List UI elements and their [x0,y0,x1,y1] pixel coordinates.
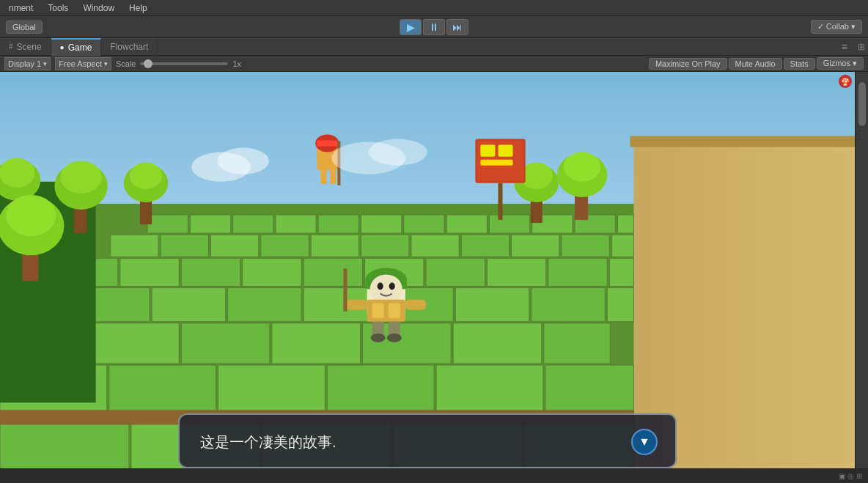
svg-rect-29 [181,258,240,286]
svg-rect-9 [361,215,402,233]
right-panel: ⋮ [855,72,868,483]
mute-audio-btn[interactable]: Mute Audio [729,58,782,70]
svg-rect-24 [512,235,559,257]
svg-rect-33 [426,258,485,286]
svg-rect-19 [261,235,309,257]
scene-tab-icon: # [9,43,13,51]
svg-rect-43 [455,288,529,322]
menu-window[interactable]: Window [80,3,117,13]
scale-slider-thumb [144,59,152,68]
svg-rect-49 [272,323,361,364]
aspect-select[interactable]: Free Aspect [55,57,111,70]
svg-rect-10 [404,215,444,233]
svg-rect-17 [161,235,208,257]
right-panel-hint: ⋮ [858,132,865,139]
svg-rect-51 [453,323,542,364]
svg-rect-57 [436,365,543,413]
svg-rect-4 [147,215,188,233]
tab-scene[interactable]: # Scene [0,38,51,56]
maximize-on-play-btn[interactable]: Maximize On Play [649,58,727,70]
tab-maximize[interactable]: ≡ [836,41,853,53]
game-tab-icon: ● [60,43,65,51]
svg-rect-20 [311,235,358,257]
svg-rect-47 [91,323,180,364]
svg-rect-104 [372,303,384,318]
svg-rect-93 [480,145,495,157]
svg-rect-30 [243,258,301,286]
tab-flowchart[interactable]: Flowchart [101,38,158,56]
inspector-toggle[interactable]: ⊞ [855,42,868,52]
svg-point-84 [564,152,600,182]
tab-game[interactable]: ● Game [51,38,102,56]
svg-rect-48 [181,323,270,364]
global-label: Global [12,23,36,32]
svg-rect-96 [498,183,502,220]
main-layout: 这是一个凄美的故事. ▼ 🍄 ⋮ [0,72,868,483]
svg-point-114 [218,148,269,174]
svg-rect-18 [210,235,258,257]
svg-rect-39 [152,288,226,322]
step-button[interactable]: ⏭ [446,19,468,35]
svg-rect-56 [327,365,434,413]
svg-rect-89 [330,171,336,184]
svg-rect-88 [320,171,326,184]
svg-rect-36 [609,258,633,286]
svg-point-116 [369,139,427,166]
svg-rect-11 [446,215,487,233]
svg-rect-34 [487,258,545,286]
global-button[interactable]: Global [6,21,43,34]
svg-rect-35 [548,258,607,286]
svg-rect-26 [611,235,633,257]
svg-rect-23 [461,235,509,257]
svg-rect-58 [545,365,634,413]
svg-point-75 [6,195,56,236]
svg-point-108 [371,333,386,342]
svg-rect-44 [532,288,606,322]
menu-nment[interactable]: nment [6,3,36,13]
scale-label: Scale [116,59,136,68]
scale-value: 1x [232,59,241,68]
dialog-text: 这是一个凄美的故事. [200,434,336,450]
scene-canvas: 这是一个凄美的故事. ▼ 🍄 [0,72,855,483]
menu-tools[interactable]: Tools [45,3,71,13]
svg-rect-7 [276,215,316,233]
dialog-box: 这是一个凄美的故事. ▼ [178,413,677,468]
play-button[interactable]: ▶ [400,19,422,35]
svg-rect-16 [111,235,158,257]
flowchart-tab-label: Flowchart [110,42,148,52]
svg-rect-110 [346,300,367,310]
svg-rect-54 [109,365,216,413]
svg-rect-112 [343,268,347,311]
svg-rect-94 [498,145,512,157]
svg-rect-22 [411,235,459,257]
svg-point-72 [60,161,101,193]
scroll-indicator[interactable] [858,82,866,126]
game-icon: 🍄 [839,75,852,88]
svg-rect-12 [489,215,529,233]
svg-rect-105 [389,303,400,318]
dialog-arrow[interactable]: ▼ [631,429,658,455]
svg-rect-15 [617,215,633,233]
menu-help[interactable]: Help [126,3,150,13]
display-select[interactable]: Display 1 [4,57,51,70]
svg-rect-3 [630,136,855,147]
svg-rect-111 [405,300,426,310]
svg-rect-52 [544,323,610,364]
svg-rect-45 [607,288,633,322]
status-right: ▣ ◎ ⊞ [839,472,862,480]
svg-point-102 [389,283,395,290]
collab-button[interactable]: ✓ Collab ▾ [811,20,862,34]
svg-rect-6 [233,215,273,233]
svg-point-69 [0,158,34,188]
scale-slider[interactable] [140,62,228,65]
pause-button[interactable]: ⏸ [423,19,445,35]
svg-point-78 [130,163,162,189]
status-bar: ▣ ◎ ⊞ [0,468,868,483]
stats-btn[interactable]: Stats [784,58,815,70]
gizmos-btn[interactable]: Gizmos ▾ [817,57,864,70]
tab-bar: # Scene ● Game Flowchart ≡ ⊞ [0,38,868,56]
top-right-area: 🍄 [839,75,852,88]
global-toolbar: Global ▶ ⏸ ⏭ ✓ Collab ▾ [0,16,868,38]
svg-point-109 [387,333,402,342]
game-viewport: 这是一个凄美的故事. ▼ 🍄 [0,72,855,483]
